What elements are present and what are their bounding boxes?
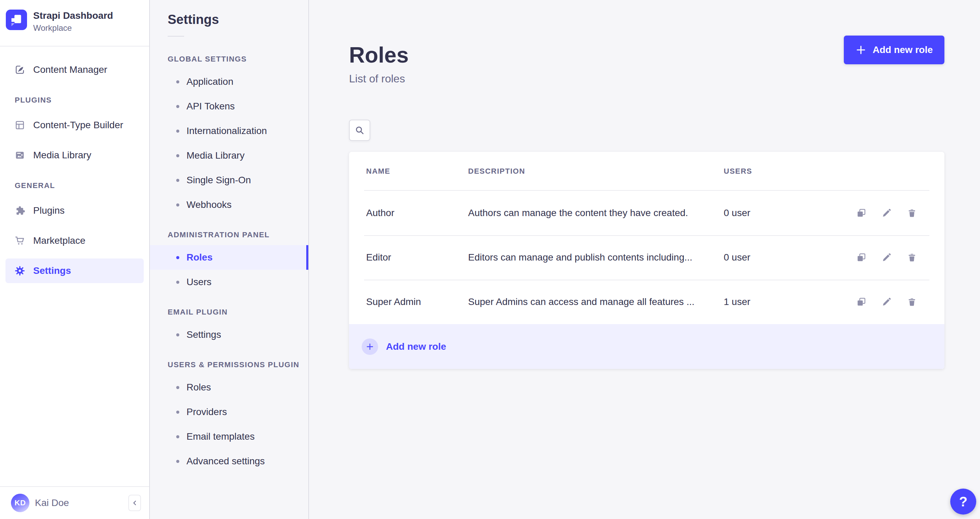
role-description: Authors can manage the content they have… [468,208,724,219]
subnav-section-global-settings: Global Settings [150,54,308,64]
bullet-icon [176,333,179,336]
role-users-count: 1 user [724,297,852,307]
section-title-plugins: Plugins [15,96,144,105]
user-row: KD Kai Doe [0,486,149,519]
sidebar-item-label: Media Library [33,150,91,161]
subnav-item-webhooks[interactable]: Webhooks [150,192,308,217]
sidebar-item-content-manager[interactable]: Content Manager [5,57,144,82]
workspace-label: Workplace [33,23,113,33]
bullet-icon [176,179,179,182]
subnav-item-providers[interactable]: Providers [150,400,308,424]
bullet-icon [176,386,179,389]
column-header-name: Name [366,167,468,176]
sidebar-item-plugins[interactable]: Plugins [5,198,144,223]
delete-trash-icon[interactable] [907,208,917,218]
main-sidebar: Strapi Dashboard Workplace Content Manag… [0,0,150,519]
bullet-icon [176,130,179,133]
bullet-icon [176,435,179,438]
brand: Strapi Dashboard Workplace [0,0,149,33]
duplicate-icon[interactable] [856,252,866,263]
edit-pencil-icon[interactable] [881,297,892,307]
subnav-item-email-settings[interactable]: Settings [150,322,308,347]
bullet-icon [176,105,179,108]
page-subtitle: List of roles [349,73,409,85]
bullet-icon [176,80,179,83]
subnav-item-users[interactable]: Users [150,270,308,294]
bullet-icon [176,411,179,414]
column-header-description: Description [468,167,724,176]
sidebar-item-label: Settings [33,265,71,276]
gear-icon [14,265,25,276]
puzzle-icon [14,205,25,216]
delete-trash-icon[interactable] [907,297,917,307]
sidebar-item-label: Content-Type Builder [33,120,123,130]
strapi-logo-icon [5,10,27,31]
subnav-item-advanced-settings[interactable]: Advanced settings [150,449,308,473]
subnav-item-media-library[interactable]: Media Library [150,143,308,168]
role-users-count: 0 user [724,252,852,263]
question-mark-icon: ? [959,494,967,509]
plus-circle-icon [362,338,378,355]
subnav-item-internationalization[interactable]: Internationalization [150,119,308,143]
subnav-item-up-roles[interactable]: Roles [150,375,308,400]
delete-trash-icon[interactable] [907,252,917,263]
subnav-section-email-plugin: Email Plugin [150,307,308,317]
table-footer-add-role[interactable]: Add new role [349,324,944,369]
roles-table-card: Name Description Users Author Authors ca… [349,152,944,369]
bullet-icon [176,256,179,259]
table-header-row: Name Description Users [349,152,944,191]
layout-grid-icon [14,120,25,130]
search-button[interactable] [349,120,370,141]
page-title: Roles [349,43,409,67]
role-users-count: 0 user [724,208,852,219]
edit-pencil-icon[interactable] [881,252,892,263]
duplicate-icon[interactable] [856,297,866,307]
divider [168,36,184,37]
user-name: Kai Doe [35,497,69,508]
sidebar-item-marketplace[interactable]: Marketplace [5,229,144,253]
image-icon [14,150,25,161]
bullet-icon [176,203,179,206]
sidebar-item-label: Content Manager [33,64,107,75]
duplicate-icon[interactable] [856,208,866,218]
role-name: Author [366,208,468,219]
app-title: Strapi Dashboard [33,10,113,21]
subnav-item-application[interactable]: Application [150,70,308,94]
section-title-general: General [15,181,144,190]
add-new-role-button[interactable]: Add new role [844,36,944,64]
bullet-icon [176,154,179,157]
main-nav: Content Manager Plugins Content-Type Bui… [0,46,149,283]
subnav-section-users-permissions-plugin: Users & Permissions plugin [150,360,308,370]
chevron-left-icon [131,499,138,507]
feather-icon [14,64,25,75]
help-button[interactable]: ? [950,489,976,514]
settings-sub-nav: Settings Global Settings Application API… [150,0,309,519]
subnav-item-api-tokens[interactable]: API Tokens [150,94,308,119]
plus-icon [856,44,866,56]
subnav-item-email-templates[interactable]: Email templates [150,424,308,449]
sidebar-item-media-library[interactable]: Media Library [5,143,144,168]
bullet-icon [176,281,179,284]
role-description: Editors can manage and publish contents … [468,252,724,263]
role-description: Super Admins can access and manage all f… [468,297,724,307]
column-header-users: Users [724,167,852,176]
sidebar-item-label: Plugins [33,205,65,216]
sidebar-item-content-type-builder[interactable]: Content-Type Builder [5,113,144,137]
table-row-super-admin[interactable]: Super Admin Super Admins can access and … [349,280,944,324]
subnav-section-administration-panel: Administration Panel [150,230,308,240]
main-content: Roles List of roles Add new role Name De… [309,0,980,519]
bullet-icon [176,460,179,463]
subnav-title: Settings [150,0,308,27]
cart-icon [14,235,25,246]
table-row-editor[interactable]: Editor Editors can manage and publish co… [349,235,944,280]
avatar: KD [11,494,29,512]
subnav-item-roles[interactable]: Roles [150,245,308,270]
collapse-sidebar-button[interactable] [128,495,141,511]
subnav-item-single-sign-on[interactable]: Single Sign-On [150,168,308,192]
sidebar-item-label: Marketplace [33,235,86,246]
table-row-author[interactable]: Author Authors can manage the content th… [349,191,944,235]
sidebar-item-settings[interactable]: Settings [5,259,144,283]
role-name: Editor [366,252,468,263]
role-name: Super Admin [366,297,468,307]
edit-pencil-icon[interactable] [881,208,892,218]
